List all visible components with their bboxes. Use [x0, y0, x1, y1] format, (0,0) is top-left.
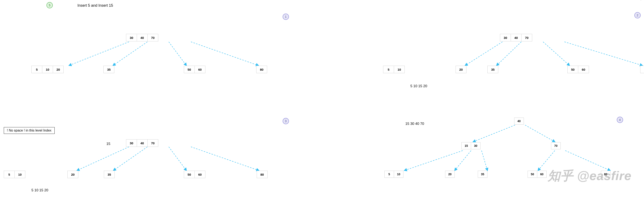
key: 50 — [568, 66, 578, 73]
svg-line-0 — [69, 42, 129, 65]
step-badge-4: 4 — [617, 117, 623, 123]
key: 70 — [551, 142, 560, 149]
annot-2: 5 10 15 20 — [410, 84, 427, 88]
key: 30 — [126, 34, 137, 41]
key: 35 — [478, 171, 487, 178]
svg-line-12 — [473, 125, 515, 142]
pending-3: 15 — [106, 142, 110, 146]
key: 35 — [104, 171, 114, 178]
svg-line-9 — [114, 147, 148, 171]
key: 80 — [256, 66, 267, 73]
key: 50 — [184, 171, 195, 178]
svg-line-8 — [77, 147, 129, 171]
key: 10 — [42, 66, 53, 73]
key: 60 — [195, 171, 205, 178]
svg-line-7 — [564, 42, 642, 65]
p4-l: 15 30 — [462, 142, 480, 149]
p1-c0: 5 10 20 — [32, 66, 64, 73]
watermark: 知乎 @easfire — [548, 168, 632, 185]
svg-line-2 — [169, 42, 186, 65]
step-num: 2 — [637, 13, 638, 17]
p3-c1: 35 — [104, 171, 115, 178]
p4-c2: 35 — [478, 171, 488, 178]
p1-c3: 80 — [256, 66, 267, 73]
p4-r: 70 — [551, 142, 561, 149]
p3-c2: 50 60 — [184, 171, 206, 178]
key: 35 — [488, 66, 498, 73]
key: 5 — [4, 171, 15, 178]
key: 60 — [537, 171, 546, 178]
key: 60 — [195, 66, 205, 73]
p2-root: 30 40 70 — [500, 34, 532, 41]
key: 40 — [514, 118, 524, 124]
svg-line-11 — [191, 147, 259, 171]
key: 40 — [137, 140, 148, 147]
arrows-4 — [0, 98, 644, 197]
annot-3: 5 10 15 20 — [32, 188, 48, 193]
arrows-3 — [0, 98, 289, 197]
key: 40 — [137, 34, 148, 41]
p4-root: 40 — [514, 118, 524, 125]
key: 70 — [522, 34, 532, 41]
svg-line-14 — [404, 151, 463, 171]
p3-root: 30 40 70 — [126, 139, 158, 147]
p2-c0: 20 — [456, 66, 466, 73]
step-badge-3: 3 — [283, 118, 289, 124]
key: 5 — [32, 66, 42, 73]
note-3: ! No space ! in this level Index — [4, 127, 55, 134]
key: 20 — [456, 66, 466, 73]
arrows-2 — [0, 0, 644, 98]
p2-c3s — [641, 0, 641, 0]
key: 5 — [383, 66, 394, 73]
key: 10 — [15, 171, 25, 178]
svg-line-13 — [525, 125, 555, 142]
p3-c3: 80 — [257, 171, 268, 178]
p2-c1: 35 — [488, 66, 498, 73]
key: 80 — [640, 66, 644, 73]
key: 5 — [384, 171, 394, 178]
key: 20 — [53, 66, 64, 73]
title: Insert 5 and Insert 15 — [78, 3, 113, 8]
annot-4: 15 30 40 70 — [405, 122, 424, 126]
key: 35 — [104, 66, 114, 73]
key: 40 — [511, 34, 522, 41]
key: 10 — [394, 66, 404, 73]
svg-line-6 — [543, 42, 570, 65]
step-badge-1: 1 — [283, 13, 289, 20]
key: 30 — [471, 142, 480, 149]
step-badge-5: 5 — [46, 2, 53, 8]
svg-line-16 — [482, 151, 488, 171]
svg-line-4 — [465, 42, 502, 65]
p2-c3: 80 — [640, 66, 644, 73]
key: 10 — [394, 171, 403, 178]
p4-c3: 50 60 — [528, 171, 547, 178]
key: 20 — [445, 171, 454, 178]
p2-pre: 5 10 — [383, 66, 405, 73]
key: 50 — [528, 171, 537, 178]
svg-line-5 — [496, 42, 521, 65]
step-num: 5 — [49, 3, 50, 7]
p4-c0: 5 10 — [384, 171, 404, 178]
p3-c0: 20 — [68, 171, 78, 178]
p1-c2: 50 60 — [184, 66, 206, 73]
p1-c1: 35 — [104, 66, 114, 73]
step-num: 1 — [285, 15, 286, 18]
p3-pre: 5 10 — [4, 171, 25, 178]
svg-line-3 — [191, 42, 258, 65]
key: 30 — [500, 34, 511, 41]
key: 80 — [257, 171, 267, 178]
svg-line-10 — [169, 147, 186, 171]
key: 60 — [578, 66, 589, 73]
p1-root: 30 40 70 — [126, 34, 158, 41]
step-num: 3 — [285, 119, 286, 123]
key: 30 — [126, 140, 137, 147]
step-num: 4 — [619, 118, 621, 122]
svg-line-1 — [113, 42, 148, 65]
svg-line-15 — [455, 151, 471, 171]
step-badge-2: 2 — [634, 12, 641, 18]
key: 15 — [462, 142, 471, 149]
p4-c1: 20 — [445, 171, 455, 178]
key: 70 — [148, 34, 158, 41]
key: 20 — [68, 171, 78, 178]
key: 70 — [148, 140, 158, 147]
